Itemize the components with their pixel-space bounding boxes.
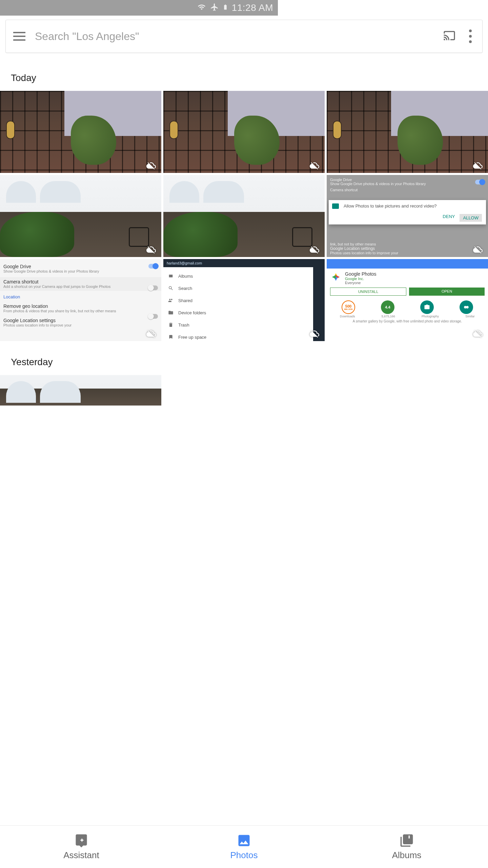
yesterday-grid (0, 375, 278, 406)
content-area: Today Google DriveShow Google Drive phot… (0, 16, 278, 494)
section-today: Today (0, 53, 278, 91)
ss-text: Photos uses location info to improve you… (3, 323, 158, 328)
ss-text: Show Google Drive photos & videos in you… (3, 269, 158, 274)
screenshot-thumb[interactable]: Google DriveShow Google Drive photos & v… (0, 259, 161, 341)
photo-thumb[interactable] (163, 91, 278, 173)
ss-text: Free up space (178, 335, 206, 340)
search-input[interactable] (35, 30, 278, 43)
toggle-icon (148, 264, 158, 269)
ss-text: Device folders (178, 310, 206, 315)
today-grid: Google DriveShow Google Drive photos & v… (0, 91, 278, 341)
status-bar: 11:28 AM (0, 0, 278, 16)
ss-text: Remove geo location (3, 303, 158, 309)
cloud-off-icon (144, 245, 158, 254)
photo-thumb[interactable] (0, 175, 161, 257)
toggle-icon (148, 314, 158, 319)
ss-text: Location (3, 294, 158, 299)
photo-thumb[interactable] (163, 175, 278, 257)
cloud-off-icon (144, 329, 158, 338)
photo-thumb[interactable] (0, 375, 161, 406)
cloud-off-icon (144, 161, 158, 170)
airplane-icon (210, 3, 219, 13)
screenshot-thumb[interactable]: harland3@gmail.com Albums Search Shared … (163, 259, 278, 341)
wifi-icon (197, 3, 207, 13)
menu-icon[interactable] (13, 32, 25, 41)
ss-text: Search (178, 286, 192, 291)
ss-text: harland3@gmail.com (163, 259, 278, 267)
section-yesterday: Yesterday (0, 341, 278, 375)
battery-icon (222, 2, 228, 13)
ss-text: Albums (178, 274, 193, 279)
ss-text: Google Drive (3, 264, 158, 269)
ss-text: Add a shortcut on your Camera app that j… (3, 284, 158, 289)
toggle-icon (148, 285, 158, 290)
ss-text: Google Location settings (3, 318, 158, 323)
ss-text: Shared (178, 298, 192, 303)
ss-text: From photos & videos that you share by l… (3, 309, 158, 313)
ss-text: Camera shortcut (3, 279, 158, 284)
photo-thumb[interactable] (0, 91, 161, 173)
status-time: 11:28 AM (232, 2, 273, 13)
search-bar[interactable] (5, 20, 278, 53)
ss-text: Trash (178, 322, 189, 328)
